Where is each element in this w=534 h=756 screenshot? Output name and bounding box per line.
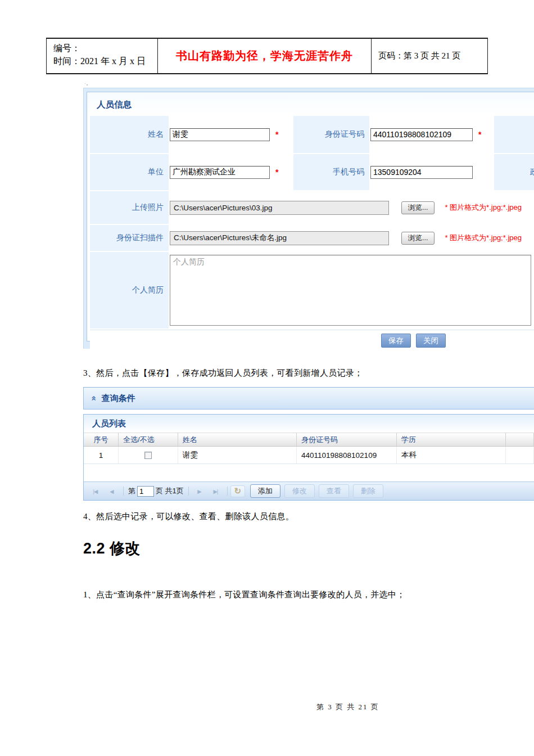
list-toolbar: |◀ ◀ 第 页 共1页 ▶ ▶| ↻ 添加 修改 查看 删除 [84,482,534,500]
unit-input-cell: * [170,154,292,190]
id-number-input-cell: * [370,116,493,153]
mobile-input-cell [370,154,493,190]
row-id-number: 440110198808102109 [297,447,397,464]
toolbar-separator [227,487,228,496]
prev-page-button[interactable]: ◀ [104,485,119,497]
page-footer: 第 3 页 共 21 页 [316,702,379,712]
id-number-required-mark: * [478,130,481,139]
idscan-browse-button[interactable]: 浏览... [401,232,435,245]
person-list-title: 人员列表 [84,415,534,433]
row-extra [506,447,534,464]
partial-political-label: 政 [530,167,534,177]
row-no: 1 [84,447,119,464]
query-condition-title: 查询条件 [102,393,135,404]
mobile-label: 手机号码 [293,154,369,190]
delete-button[interactable]: 删除 [353,484,383,498]
id-number-input[interactable] [370,128,473,141]
list-header-row: 序号 全选/不选 姓名 身份证号码 学历 [84,433,534,447]
first-page-button[interactable]: |◀ [88,485,103,497]
idscan-file-input[interactable]: C:\Users\acer\Pictures\未命名.jpg [170,231,389,245]
doc-number-label: 编号： [53,42,157,55]
name-label: 姓名 [90,116,169,153]
person-form-window: 人员信息 姓名 * 身份证号码 * 单位 * [83,88,534,349]
name-required-mark: * [275,130,278,139]
doc-slogan: 书山有路勤为径，学海无涯苦作舟 [176,48,353,64]
row-checkbox-cell [119,447,178,464]
person-list-panel: 人员列表 序号 全选/不选 姓名 身份证号码 学历 1 谢雯 440110198… [83,414,534,501]
toolbar-separator [123,487,124,496]
modify-button[interactable]: 修改 [284,484,315,498]
mobile-input[interactable] [370,166,473,179]
idscan-input-cell: C:\Users\acer\Pictures\未命名.jpg 浏览... * 图… [170,225,534,251]
collapse-up-icon[interactable]: « [89,395,99,401]
unit-label: 单位 [90,154,169,190]
photo-file-input[interactable]: C:\Users\acer\Pictures\03.jpg [170,201,389,215]
header-select-all: 全选/不选 [119,433,178,446]
section-heading: 2.2 修改 [83,538,141,559]
page-suffix-label: 页 共1页 [156,486,184,496]
form-button-row: 保存 关闭 [90,330,534,351]
name-input[interactable] [170,128,270,141]
page-number-input[interactable] [137,486,154,497]
last-page-button[interactable]: ▶| [208,485,223,497]
id-number-label: 身份证号码 [293,116,369,153]
form-row-unit-mobile: 单位 * 手机号码 政 [90,154,534,190]
doc-header-table: 编号： 时间：2021 年 x 月 x 日 书山有路勤为径，学海无涯苦作舟 页码… [46,38,488,74]
doc-header-left-cell: 编号： 时间：2021 年 x 月 x 日 [47,39,158,73]
doc-header-middle-cell: 书山有路勤为径，学海无涯苦作舟 [158,39,372,73]
header-id-number: 身份证号码 [297,433,397,446]
form-row-name-id: 姓名 * 身份证号码 * [90,116,534,153]
header-name: 姓名 [178,433,297,446]
empty-label-cell [494,116,534,153]
photo-browse-button[interactable]: 浏览... [401,201,435,214]
idscan-label: 身份证扫描件 [90,225,169,251]
table-row[interactable]: 1 谢雯 440110198808102109 本科 [84,447,534,464]
form-row-resume: 个人简历 [90,252,534,328]
row-education: 本科 [397,447,506,464]
photo-input-cell: C:\Users\acer\Pictures\03.jpg 浏览... * 图片… [170,191,534,224]
header-education: 学历 [397,433,506,446]
step3-text: 3、然后，点击【保存】，保存成功返回人员列表，可看到新增人员记录； [83,368,363,379]
form-title: 人员信息 [87,92,534,116]
header-no: 序号 [84,433,119,446]
view-button[interactable]: 查看 [319,484,349,498]
step4-text: 4、然后选中记录，可以修改、查看、删除该人员信息。 [83,511,294,522]
name-input-cell: * [170,116,292,153]
photo-label: 上传照片 [90,191,169,224]
row-name: 谢雯 [178,447,297,464]
row-checkbox[interactable] [144,452,152,459]
next-page-button[interactable]: ▶ [192,485,207,497]
toolbar-separator [188,487,189,496]
save-button[interactable]: 保存 [381,334,411,348]
add-button[interactable]: 添加 [250,484,280,498]
resume-textarea[interactable] [170,255,531,326]
screenshot-crop-artifact: ·。 [84,80,91,87]
resume-label: 个人简历 [90,252,169,328]
query-condition-bar[interactable]: « 查询条件 [83,387,534,410]
unit-required-mark: * [275,168,278,177]
form-row-idscan: 身份证扫描件 C:\Users\acer\Pictures\未命名.jpg 浏览… [90,225,534,251]
partial-label-cell: 政 [494,154,534,190]
step1-text: 1、点击“查询条件”展开查询条件栏，可设置查询条件查询出要修改的人员，并选中； [83,590,405,600]
doc-time-label: 时间：2021 年 x 月 x 日 [53,55,157,68]
page-prefix-label: 第 [128,486,135,496]
photo-format-note: * 图片格式为*.jpg;*.jpeg [445,202,522,213]
person-form-panel: 人员信息 姓名 * 身份证号码 * 单位 * [87,92,534,341]
doc-header-right-cell: 页码：第 3 页 共 21 页 [372,39,487,73]
doc-page-info: 页码：第 3 页 共 21 页 [378,51,460,61]
resume-input-cell [170,252,534,328]
header-extra [506,433,534,446]
close-button[interactable]: 关闭 [416,334,446,348]
idscan-format-note: * 图片格式为*.jpg;*.jpeg [445,233,522,243]
unit-input[interactable] [170,166,270,179]
form-row-photo: 上传照片 C:\Users\acer\Pictures\03.jpg 浏览...… [90,191,534,224]
refresh-icon[interactable]: ↻ [230,485,245,497]
form-table: 姓名 * 身份证号码 * 单位 * 手机号码 [90,116,534,351]
